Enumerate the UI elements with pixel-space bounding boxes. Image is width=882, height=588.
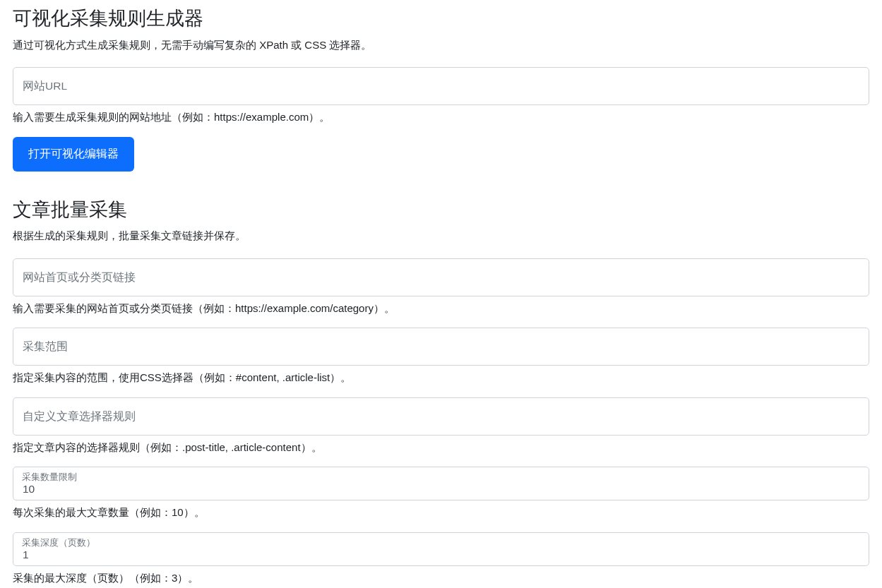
collect-limit-input[interactable] xyxy=(13,467,869,500)
homepage-link-help: 输入需要采集的网站首页或分类页链接（例如：https://example.com… xyxy=(13,301,869,317)
batch-collect-subtext: 根据生成的采集规则，批量采集文章链接并保存。 xyxy=(13,228,869,244)
batch-collect-heading: 文章批量采集 xyxy=(13,196,869,224)
collect-depth-input[interactable] xyxy=(13,532,869,566)
collect-scope-help: 指定采集内容的范围，使用CSS选择器（例如：#content, .article… xyxy=(13,370,869,386)
collect-scope-input[interactable] xyxy=(13,328,869,366)
article-selector-input[interactable] xyxy=(13,397,869,436)
open-visual-editor-button[interactable]: 打开可视化编辑器 xyxy=(13,137,134,172)
article-selector-help: 指定文章内容的选择器规则（例如：.post-title, .article-co… xyxy=(13,440,869,456)
website-url-help: 输入需要生成采集规则的网站地址（例如：https://example.com）。 xyxy=(13,109,869,126)
rule-generator-heading: 可视化采集规则生成器 xyxy=(13,4,869,33)
collect-depth-help: 采集的最大深度（页数）（例如：3）。 xyxy=(13,570,869,587)
homepage-link-input[interactable] xyxy=(13,258,869,296)
rule-generator-subtext: 通过可视化方式生成采集规则，无需手动编写复杂的 XPath 或 CSS 选择器。 xyxy=(13,37,869,54)
collect-limit-help: 每次采集的最大文章数量（例如：10）。 xyxy=(13,505,869,521)
website-url-input[interactable] xyxy=(13,67,869,105)
